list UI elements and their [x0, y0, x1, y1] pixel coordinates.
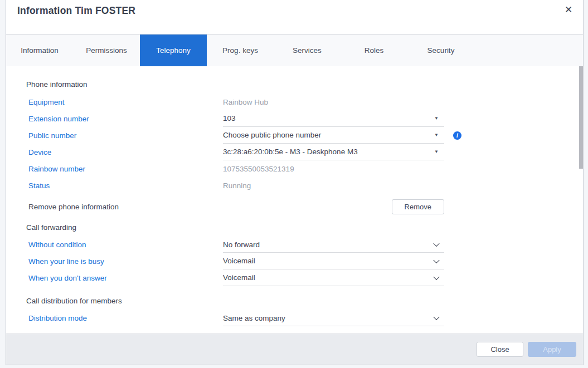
- distribution-mode-select[interactable]: Same as company: [223, 310, 444, 326]
- equipment-row: Equipment Rainbow Hub: [26, 94, 583, 110]
- no-answer-select[interactable]: Voicemail: [223, 269, 444, 286]
- tab-information[interactable]: Information: [6, 35, 73, 66]
- tab-bar: Information Permissions Telephony Prog. …: [6, 34, 583, 66]
- remove-phone-information-label: Remove phone information: [26, 203, 223, 211]
- chevron-down-icon: [433, 314, 439, 320]
- without-condition-label: Without condition: [26, 241, 223, 249]
- device-row: Device 3c:28:a6:20:0b:5e - M3 - Deskphon…: [26, 144, 583, 160]
- apply-button[interactable]: Apply: [528, 342, 576, 357]
- public-number-value: Choose public phone number: [223, 131, 321, 139]
- dropdown-triangle-icon: ▼: [434, 116, 439, 120]
- no-answer-label: When you don't answer: [26, 274, 223, 282]
- modal-title: Information Tim FOSTER: [17, 5, 135, 17]
- telephony-panel: Phone information Equipment Rainbow Hub …: [6, 66, 583, 333]
- remove-button[interactable]: Remove: [392, 199, 444, 214]
- equipment-value: Rainbow Hub: [223, 94, 444, 110]
- tab-permissions[interactable]: Permissions: [73, 35, 140, 66]
- tab-telephony[interactable]: Telephony: [140, 35, 207, 66]
- user-information-modal: Information Tim FOSTER ✕ Information Per…: [6, 0, 584, 365]
- without-condition-select[interactable]: No forward: [223, 237, 444, 253]
- rainbow-number-value: 10753550053521319: [223, 160, 444, 177]
- close-button[interactable]: Close: [477, 342, 523, 357]
- public-number-select[interactable]: Choose public phone number ▼: [223, 127, 444, 144]
- close-icon[interactable]: ✕: [562, 4, 575, 16]
- line-busy-row: When your line is busy Voicemail: [26, 253, 583, 269]
- extension-number-label: Extension number: [26, 115, 223, 123]
- scrollbar-thumb[interactable]: [579, 66, 583, 169]
- tab-prog-keys[interactable]: Prog. keys: [207, 35, 274, 66]
- tab-security[interactable]: Security: [407, 35, 474, 66]
- section-title-call-forwarding: Call forwarding: [26, 223, 583, 232]
- without-condition-value: No forward: [223, 241, 260, 249]
- info-icon[interactable]: i: [453, 131, 461, 140]
- public-number-label: Public number: [26, 131, 223, 140]
- chevron-down-icon: [433, 241, 439, 247]
- section-title-call-distribution: Call distribution for members: [26, 297, 583, 305]
- line-busy-label: When your line is busy: [26, 257, 223, 266]
- modal-footer: Close Apply: [6, 333, 583, 365]
- extension-number-select[interactable]: 103 ▼: [223, 110, 444, 127]
- distribution-mode-value: Same as company: [223, 314, 285, 322]
- rainbow-number-row: Rainbow number 10753550053521319: [26, 160, 583, 177]
- chevron-down-icon: [433, 257, 439, 263]
- public-number-row: Public number Choose public phone number…: [26, 127, 583, 144]
- extension-number-value: 103: [223, 114, 236, 122]
- remove-phone-information-row: Remove phone information Remove: [26, 198, 583, 215]
- status-value: Running: [223, 177, 444, 194]
- modal-header: Information Tim FOSTER ✕: [6, 0, 583, 34]
- status-row: Status Running: [26, 177, 583, 194]
- no-answer-row: When you don't answer Voicemail: [26, 269, 583, 286]
- dropdown-triangle-icon: ▼: [434, 133, 439, 137]
- tab-services[interactable]: Services: [274, 35, 341, 66]
- tab-roles[interactable]: Roles: [341, 35, 407, 66]
- device-value: 3c:28:a6:20:0b:5e - M3 - Deskphone M3: [223, 148, 358, 156]
- device-select[interactable]: 3c:28:a6:20:0b:5e - M3 - Deskphone M3 ▼: [223, 144, 444, 160]
- equipment-label: Equipment: [26, 98, 223, 106]
- dropdown-triangle-icon: ▼: [434, 149, 439, 154]
- rainbow-number-label: Rainbow number: [26, 165, 223, 173]
- device-label: Device: [26, 148, 223, 156]
- chevron-down-icon: [433, 273, 439, 279]
- line-busy-value: Voicemail: [223, 257, 255, 265]
- remove-button-cell: Remove: [223, 198, 444, 215]
- status-label: Status: [26, 181, 223, 190]
- extension-number-row: Extension number 103 ▼: [26, 110, 583, 127]
- line-busy-select[interactable]: Voicemail: [223, 253, 444, 269]
- no-answer-value: Voicemail: [223, 273, 255, 282]
- distribution-mode-label: Distribution mode: [26, 314, 223, 322]
- without-condition-row: Without condition No forward: [26, 237, 583, 253]
- section-title-phone-information: Phone information: [26, 80, 583, 89]
- distribution-mode-row: Distribution mode Same as company: [26, 310, 583, 326]
